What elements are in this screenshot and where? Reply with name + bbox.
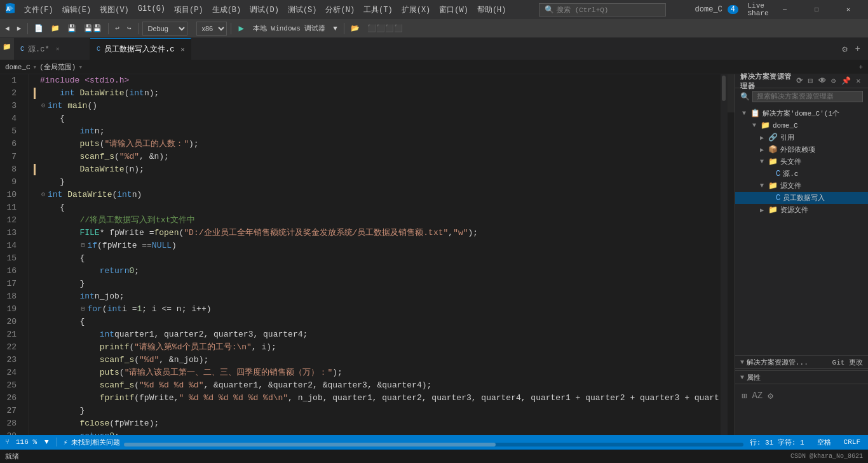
tab-source-c[interactable]: C 源.c* ✕ — [14, 38, 90, 60]
menu-file[interactable]: 文件(F) — [20, 3, 57, 17]
project-icon: 📁 — [761, 121, 770, 130]
tree-references[interactable]: ▶ 🔗 引用 — [735, 131, 868, 144]
line-col[interactable]: 行: 31 字符: 1 — [747, 438, 807, 447]
code-editor[interactable]: #include <stdio.h> int DataWrite ( int n… — [29, 74, 721, 435]
build-config-select[interactable]: Debug Release — [142, 22, 187, 36]
fold-19[interactable]: ⊟ — [79, 303, 86, 316]
breadcrumb-scope[interactable]: (全局范围) — [39, 62, 76, 72]
code-line-16: return 0 ; — [34, 265, 721, 278]
global-search-box[interactable]: 🔍 搜索 (Ctrl+Q) — [539, 3, 666, 17]
code-token: { — [40, 252, 85, 265]
code-token: fopen — [154, 227, 179, 239]
code-token: puts — [100, 366, 119, 379]
scrollbar-thumb[interactable] — [722, 76, 726, 101]
tree-source-c[interactable]: C 源.c — [735, 168, 868, 180]
settings-button[interactable]: ⚙ — [829, 76, 838, 86]
tree-headers[interactable]: ▼ 📁 头文件 — [735, 156, 868, 168]
properties-divider[interactable]: ▼ 属性 — [735, 370, 868, 384]
explorer-icon[interactable]: 📁 — [1, 41, 13, 52]
split-editor-button[interactable]: ⚙ — [839, 43, 850, 56]
code-token: ( — [129, 341, 134, 354]
tree-project[interactable]: ▼ 📁 dome_C — [735, 119, 868, 131]
zoom-level[interactable]: 116 % — [13, 438, 39, 446]
code-token: ( — [112, 189, 117, 201]
menu-view[interactable]: 视图(V) — [96, 3, 133, 17]
spaces-label[interactable]: 空格 — [815, 438, 834, 447]
tab-close-2[interactable]: ✕ — [180, 46, 184, 53]
maximize-button[interactable]: □ — [802, 0, 831, 19]
tree-resources[interactable]: ▶ 📁 资源文件 — [735, 204, 868, 216]
code-token: #include <stdio.h> — [40, 74, 129, 87]
tab-employee-file[interactable]: C 员工数据写入文件.c ✕ — [90, 38, 191, 60]
breadcrumb-scope-drop[interactable]: ▾ — [78, 63, 83, 71]
horizontal-scrollbar[interactable] — [124, 443, 743, 446]
close-button[interactable]: ✕ — [834, 0, 863, 19]
menu-git[interactable]: Git(G) — [134, 3, 169, 17]
indicator-8 — [34, 164, 36, 175]
menu-debug[interactable]: 调试(D) — [246, 3, 283, 17]
minimize-button[interactable]: ─ — [770, 0, 799, 19]
ln-18: 18 — [0, 290, 22, 303]
status-right: 行: 31 字符: 1 空格 CRLF — [747, 438, 863, 447]
fold-10[interactable]: ⊖ — [40, 189, 46, 201]
tab-close-1[interactable]: ✕ — [56, 45, 60, 53]
show-all-button[interactable]: 👁 — [817, 76, 829, 86]
menu-test[interactable]: 测试(S) — [284, 3, 321, 17]
h-scrollbar-thumb[interactable] — [124, 443, 496, 446]
menu-analyze[interactable]: 分析(N) — [322, 3, 358, 17]
employee-file-icon: C — [776, 194, 780, 203]
menu-project[interactable]: 项目(P) — [170, 3, 207, 17]
tree-employee-file[interactable]: C 员工数据写入 — [735, 192, 868, 204]
sync-view-button[interactable]: ⟳ — [794, 76, 805, 86]
prop-settings-btn[interactable]: ⚙ — [766, 389, 774, 403]
fold-3[interactable]: ⊖ — [40, 100, 46, 112]
run-dropdown[interactable]: ▼ — [330, 23, 340, 34]
solution-git-divider[interactable]: ▼ 解决方案资源管... Git 更改 — [735, 355, 868, 369]
run-button[interactable]: ▶ — [235, 22, 248, 35]
search-tree-input[interactable] — [752, 91, 863, 102]
code-token — [40, 138, 79, 151]
menu-help[interactable]: 帮助(H) — [473, 3, 510, 17]
run-label[interactable]: 本地 Windows 调试器 — [250, 22, 328, 34]
open-folder-button[interactable]: 📁 — [48, 23, 62, 34]
breadcrumb-file[interactable]: dome_C — [5, 64, 31, 71]
code-token: ; — [114, 430, 119, 435]
code-token: scanf_s — [100, 379, 135, 392]
tree-source-files[interactable]: ▼ 📁 源文件 — [735, 180, 868, 192]
menu-edit[interactable]: 编辑(E) — [58, 3, 95, 17]
live-share-btn[interactable]: Live Share — [749, 0, 768, 19]
prop-categories-btn[interactable]: ⊞ — [740, 389, 748, 403]
code-token: ( — [179, 227, 184, 239]
browse-files-button[interactable]: 📂 — [348, 23, 362, 34]
save-button[interactable]: 💾 — [65, 23, 79, 34]
new-file-button[interactable]: 📄 — [32, 23, 46, 34]
menu-extensions[interactable]: 扩展(X) — [398, 3, 435, 17]
code-token: (fpWrite, — [134, 392, 179, 405]
tree-solution-root[interactable]: ▼ 📋 解决方案'dome_C'(1个 — [735, 107, 868, 119]
close-panel-button[interactable]: ✕ — [854, 76, 863, 86]
zoom-dropdown[interactable]: ▼ — [43, 438, 50, 446]
vertical-scrollbar[interactable] — [721, 74, 727, 435]
tab-c-icon: C — [20, 46, 24, 53]
redo-button[interactable]: ↪ — [125, 23, 134, 34]
code-line-6: puts ( "请输入员工的人数：" ); — [34, 138, 721, 151]
back-button[interactable]: ◀ — [3, 23, 12, 34]
code-token — [40, 163, 79, 176]
undo-button[interactable]: ↩ — [112, 23, 122, 34]
fold-14[interactable]: ⊟ — [79, 239, 86, 252]
pin-button[interactable]: 📌 — [839, 76, 853, 86]
breadcrumb-add-btn[interactable]: + — [858, 64, 863, 71]
menu-build[interactable]: 生成(B) — [208, 3, 245, 17]
menu-window[interactable]: 窗口(W) — [435, 3, 472, 17]
minimap[interactable] — [727, 74, 735, 435]
menu-tools[interactable]: 工具(T) — [360, 3, 397, 17]
save-all-button[interactable]: 💾💾 — [81, 23, 104, 34]
tree-external-deps[interactable]: ▶ 📦 外部依赖项 — [735, 144, 868, 156]
platform-select[interactable]: x86 x64 — [196, 22, 227, 36]
forward-button[interactable]: ▶ — [15, 23, 24, 34]
collapse-all-button[interactable]: ⊟ — [806, 76, 815, 86]
toolbar-extra[interactable]: ⬛⬛⬛⬛ — [365, 23, 405, 34]
encoding-label[interactable]: CRLF — [841, 438, 863, 446]
prop-alphabetical-btn[interactable]: AZ — [750, 389, 764, 403]
more-tabs-button[interactable]: + — [853, 43, 863, 55]
